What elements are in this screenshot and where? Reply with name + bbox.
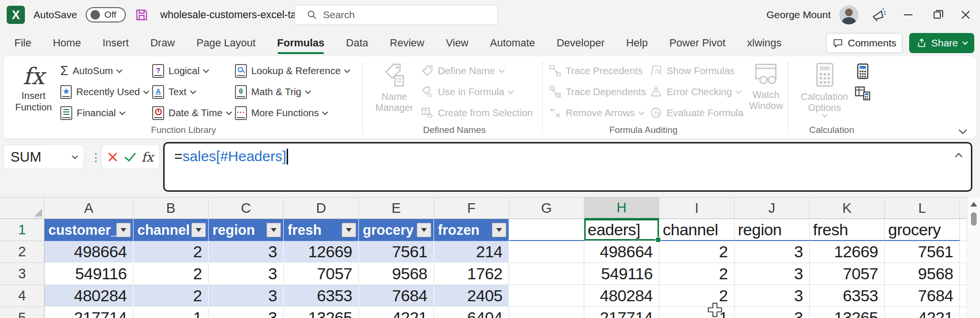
column-header-B[interactable]: B bbox=[134, 197, 209, 219]
create-from-selection-button[interactable]: Create from Selection bbox=[419, 102, 535, 123]
cell-D5[interactable]: 13265 bbox=[284, 307, 359, 318]
use-in-formula-button[interactable]: fx Use in Formula bbox=[419, 81, 535, 102]
search-input[interactable]: Search bbox=[295, 5, 498, 25]
cell-H4[interactable]: 480284 bbox=[584, 285, 659, 307]
more-functions-button[interactable]: ··· More Functions bbox=[233, 102, 362, 123]
filter-button-customer_id[interactable] bbox=[116, 223, 131, 237]
feedback-megaphone-icon[interactable] bbox=[871, 7, 887, 22]
cell-L5[interactable]: 4221 bbox=[885, 307, 960, 318]
cell-C5[interactable]: 3 bbox=[209, 307, 284, 318]
tab-power-pivot[interactable]: Power Pivot bbox=[669, 37, 725, 49]
excel-app-icon[interactable]: X bbox=[7, 6, 25, 24]
restore-button[interactable] bbox=[923, 0, 951, 30]
minimize-button[interactable] bbox=[894, 0, 923, 30]
column-header-C[interactable]: C bbox=[209, 197, 284, 219]
cell-K2[interactable]: 12669 bbox=[810, 241, 885, 263]
tab-file[interactable]: File bbox=[14, 37, 31, 49]
filter-button-grocery[interactable] bbox=[417, 223, 431, 237]
cell-C2[interactable]: 3 bbox=[209, 241, 284, 263]
text-button[interactable]: A Text bbox=[150, 81, 233, 102]
cell-A5[interactable]: 217714 bbox=[45, 307, 134, 318]
tab-home[interactable]: Home bbox=[53, 37, 81, 49]
collapse-formula-bar-chevron-icon[interactable] bbox=[955, 153, 963, 161]
cell-H2[interactable]: 498664 bbox=[584, 241, 659, 263]
tab-automate[interactable]: Automate bbox=[490, 37, 535, 49]
filter-button-region[interactable] bbox=[267, 223, 281, 237]
cell-C4[interactable]: 3 bbox=[209, 285, 284, 307]
name-manager-button[interactable]: Name Manager bbox=[369, 60, 419, 123]
remove-arrows-button[interactable]: Remove Arrows bbox=[547, 102, 648, 123]
math-trig-button[interactable]: θ Math & Trig bbox=[233, 81, 362, 102]
evaluate-formula-button[interactable]: fx Evaluate Formula bbox=[648, 102, 746, 123]
comments-button[interactable]: Comments bbox=[826, 33, 902, 53]
row-header-3[interactable]: 3 bbox=[0, 263, 45, 285]
cell-L3[interactable]: 9568 bbox=[885, 263, 960, 285]
cell-B4[interactable]: 2 bbox=[134, 285, 209, 307]
cell-I4[interactable]: 2 bbox=[659, 285, 735, 307]
cell-A3[interactable]: 549116 bbox=[45, 263, 134, 285]
insert-function-fx-button[interactable]: fx bbox=[141, 150, 153, 164]
autosum-button[interactable]: Σ AutoSum bbox=[58, 60, 150, 81]
column-header-F[interactable]: F bbox=[434, 197, 509, 219]
tab-formulas[interactable]: Formulas bbox=[277, 37, 324, 49]
show-formulas-button[interactable]: fx Show Formulas bbox=[648, 60, 746, 81]
recently-used-button[interactable]: ★ Recently Used bbox=[58, 81, 150, 102]
tab-review[interactable]: Review bbox=[390, 37, 424, 49]
cell-K4[interactable]: 6353 bbox=[810, 285, 885, 307]
column-header-E[interactable]: E bbox=[359, 197, 434, 219]
filter-button-fresh[interactable] bbox=[342, 223, 356, 237]
cell-G2[interactable] bbox=[509, 241, 584, 263]
calculate-sheet-button[interactable] bbox=[855, 84, 871, 103]
filter-button-channel[interactable] bbox=[191, 223, 206, 237]
active-cell-H1[interactable]: eaders] bbox=[584, 219, 659, 241]
autosave-toggle[interactable]: Off bbox=[86, 7, 126, 22]
close-button[interactable] bbox=[951, 0, 980, 30]
scrollbar-thumb[interactable] bbox=[971, 212, 977, 226]
cell-F4[interactable]: 2405 bbox=[434, 285, 509, 307]
cell-I1[interactable]: channel bbox=[659, 219, 735, 241]
cell-D3[interactable]: 7057 bbox=[284, 263, 359, 285]
tab-draw[interactable]: Draw bbox=[150, 37, 175, 49]
formula-bar-dots-icon[interactable]: ⋮ bbox=[90, 151, 101, 164]
cell-I3[interactable]: 2 bbox=[659, 263, 735, 285]
cell-B5[interactable]: 1 bbox=[134, 307, 209, 318]
tab-insert[interactable]: Insert bbox=[102, 37, 129, 49]
cell-G4[interactable] bbox=[509, 285, 584, 307]
cell-I2[interactable]: 2 bbox=[659, 241, 735, 263]
cell-J2[interactable]: 3 bbox=[735, 241, 810, 263]
cancel-button[interactable] bbox=[107, 151, 119, 163]
cell-B3[interactable]: 2 bbox=[134, 263, 209, 285]
cell-E4[interactable]: 7684 bbox=[359, 285, 434, 307]
cell-A2[interactable]: 498664 bbox=[45, 241, 134, 263]
user-name[interactable]: George Mount bbox=[767, 9, 831, 21]
column-header-L[interactable]: L bbox=[885, 197, 960, 219]
row-header-2[interactable]: 2 bbox=[0, 241, 45, 263]
define-name-button[interactable]: Define Name bbox=[419, 60, 535, 81]
trace-precedents-button[interactable]: Trace Precedents bbox=[547, 60, 648, 81]
tab-xlwings[interactable]: xlwings bbox=[747, 37, 781, 49]
save-icon[interactable] bbox=[134, 8, 149, 22]
calculation-options-button[interactable]: Calculation Options bbox=[794, 60, 855, 117]
column-header-I[interactable]: I bbox=[659, 197, 735, 219]
formula-bar-input[interactable]: =sales[#Headers] bbox=[163, 142, 972, 192]
tab-page-layout[interactable]: Page Layout bbox=[197, 37, 256, 49]
column-header-K[interactable]: K bbox=[810, 197, 885, 219]
cell-L4[interactable]: 7684 bbox=[885, 285, 960, 307]
cell-C3[interactable]: 3 bbox=[209, 263, 284, 285]
cell-A4[interactable]: 480284 bbox=[45, 285, 134, 307]
cell-K1[interactable]: fresh bbox=[810, 219, 885, 241]
insert-function-button[interactable]: fx Insert Function bbox=[9, 60, 58, 123]
cell-H5[interactable]: 217714 bbox=[584, 307, 659, 318]
cell-G3[interactable] bbox=[509, 263, 584, 285]
cell-K5[interactable]: 13265 bbox=[810, 307, 885, 318]
cell-F2[interactable]: 214 bbox=[434, 241, 509, 263]
cell-K3[interactable]: 7057 bbox=[810, 263, 885, 285]
vertical-scrollbar[interactable] bbox=[967, 197, 980, 318]
name-box[interactable]: SUM bbox=[4, 145, 84, 169]
cell-E3[interactable]: 9568 bbox=[359, 263, 434, 285]
calculate-now-button[interactable] bbox=[855, 62, 871, 81]
filter-button-frozen[interactable] bbox=[492, 223, 506, 237]
error-checking-button[interactable]: Error Checking bbox=[648, 81, 746, 102]
cell-J5[interactable]: 3 bbox=[735, 307, 810, 318]
column-header-D[interactable]: D bbox=[284, 197, 359, 219]
